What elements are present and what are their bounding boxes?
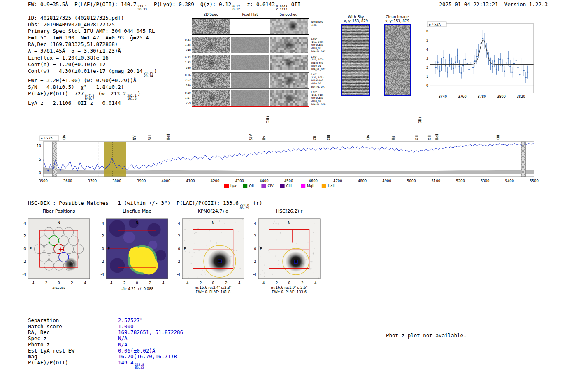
svg-text:HeII: HeII (167, 134, 170, 140)
svg-text:0: 0 (136, 281, 138, 285)
spec2d-smoothed-strip (270, 55, 308, 70)
svg-text:Hγ: Hγ (262, 136, 266, 140)
text-segment: OII (288, 1, 300, 7)
text-segment: 1.000 (118, 323, 134, 329)
svg-text:5300: 5300 (481, 179, 490, 183)
text-segment: 2.57527" (118, 317, 143, 323)
svg-text:SiIV: SiIV (249, 134, 253, 140)
text-segment: Primary Spec_Slot_IFU_AMP: 304_044_045_R… (28, 28, 155, 34)
svg-text:N: N (58, 221, 60, 225)
clean-image-panel: Clean Image x, y: 153, 879 (378, 15, 417, 96)
text-segment: 16.70(16.70,16.71)R (118, 353, 177, 360)
strip-source-labels: 1.09"(151, 702)20190409v020_01304_RL_077 (311, 55, 336, 70)
with-sky-panel: With Sky x, y: 153, 879 (333, 15, 379, 96)
svg-text:e⁻¹⁷x2Å: e⁻¹⁷x2Å (429, 23, 441, 26)
svg-text:3800: 3800 (112, 179, 121, 183)
svg-text:5: 5 (39, 158, 41, 162)
kpno-plae-caption: EWr: 0. PLAE: 141.8 (178, 290, 248, 294)
text-segment: LyA z = 2.1106 OII z = 0.0144 (28, 100, 121, 106)
svg-text:CIII: CIII (327, 135, 331, 140)
info-line: LineFlux = 1.20(±0.38)e-16 (28, 55, 157, 61)
spec2d-2d-strip (192, 55, 230, 70)
kpno-mag-caption: m:16.6 re:2.4" s:2.3" (178, 285, 248, 290)
text-segment: EWr = 3.20(±1.00) (w: 0.90(±0.29))Å (28, 77, 136, 84)
svg-text:Hβ: Hβ (392, 136, 395, 140)
svg-text:HeII: HeII (435, 134, 439, 140)
svg-text:CIII: CIII (497, 135, 500, 140)
svg-text:4: 4 (102, 221, 104, 225)
table-row: Separation2.57527" (28, 318, 183, 324)
hsc-mag-caption: m:16.6 re:1.9" s:2.6" (254, 285, 324, 290)
svg-text:-2: -2 (44, 281, 47, 285)
stacked-uncertainty: 282.1161.5 (127, 94, 137, 100)
svg-text:CIV: CIV (267, 184, 273, 188)
svg-text:E: E (30, 247, 32, 251)
svg-text:4: 4 (162, 281, 164, 285)
svg-text:e⁻¹⁷x2Å: e⁻¹⁷x2Å (41, 137, 53, 140)
strip-source-labels: WeightedSum (311, 20, 336, 27)
svg-text:-4: -4 (31, 281, 34, 285)
table-row: P(LAE)/P(OII)149.4222.886.32 (28, 360, 183, 369)
hsc-plae-caption: EWr: 0. PLAE: 133.6 (254, 290, 324, 294)
spec2d-2d-strip (192, 19, 230, 34)
svg-text:0: 0 (212, 281, 214, 285)
svg-text:4: 4 (254, 221, 256, 225)
svg-text:-4: -4 (253, 272, 256, 276)
row-label: Separation (28, 318, 118, 324)
phot-z-unavailable-notice: Phot z plot not available. (386, 332, 467, 339)
svg-text:-2: -2 (101, 260, 104, 264)
fiber-xlabel: arcsecs (24, 285, 94, 290)
svg-text:2: 2 (178, 234, 180, 238)
svg-text:-2: -2 (122, 281, 125, 285)
clean-image-title: Clean Image (378, 15, 417, 19)
info-line: Obs: 20190409v020_4028127325 (28, 21, 157, 28)
row-value: 149.4222.886.32 (118, 360, 145, 366)
svg-text:-2: -2 (253, 260, 256, 264)
svg-text:2: 2 (225, 281, 227, 285)
table-row: Spec zN/A (28, 336, 183, 342)
column-title-pixel-flat: Pixel Flat (231, 12, 269, 16)
text-segment: 0.06(±0.02)Å (118, 348, 155, 354)
row-value: N/A (118, 341, 128, 348)
spec2d-figure: 2D Spec Pixel Flat Smoothed WeightedSum0… (192, 18, 340, 109)
text-segment: Obs: 20190409v020_4028127325 (28, 21, 115, 28)
row-value: 0.06(±0.02)Å (118, 348, 155, 354)
table-row: mag16.70(16.70,16.71)R (28, 354, 183, 360)
text-segment: N/A (118, 341, 128, 348)
svg-text:0: 0 (254, 247, 256, 251)
text-segment: ) (137, 90, 141, 97)
lineflux-caption: s/b: 4.21 +/- 0.088 (102, 287, 172, 291)
svg-text:CIII (: CIII ( (266, 116, 270, 123)
text-segment: LineFlux = 1.20(±0.38)e-16 (28, 55, 109, 61)
text-segment: (w: 213.2 (95, 90, 126, 97)
elixer-detection-report: EW: 0.9±35.5Å P(LAE)/P(OII): 140.7218.19… (0, 0, 576, 392)
svg-text:N: N (212, 221, 214, 225)
svg-text:4400: 4400 (260, 179, 269, 183)
svg-text:E: E (184, 247, 186, 251)
text-segment: N/A (118, 335, 128, 341)
text-segment: ) (154, 68, 157, 74)
svg-text:3740: 3740 (439, 95, 447, 99)
svg-text:0: 0 (39, 171, 41, 175)
stacked-uncertainty: 847.2640.7 (85, 94, 94, 100)
info-line: RA,Dec (169.783325,51.872868) (28, 41, 157, 48)
svg-text:CIV: CIV (63, 135, 66, 140)
strip-scale-labels: 0.091.07259 (181, 90, 191, 106)
svg-text:4800: 4800 (358, 179, 367, 183)
svg-text:5000: 5000 (407, 179, 416, 183)
svg-text:2: 2 (102, 234, 104, 238)
table-row: Photo zN/A (28, 342, 183, 348)
row-value: 1.000 (118, 323, 134, 329)
svg-text:3700: 3700 (88, 179, 97, 183)
svg-text:1: 1 (426, 75, 428, 79)
info-line: Primary Spec_Slot_IFU_AMP: 304_044_045_R… (28, 28, 157, 35)
svg-text:3820: 3820 (517, 95, 525, 99)
text-segment: P(LAE)/P(OII): 727 (28, 90, 84, 97)
strip-source-labels: 0.65"(151, 702)20190409v020_07304_RL_077 (311, 73, 336, 88)
info-line: ID: 4028127325 (4028127325.pdf) (28, 15, 157, 21)
svg-text:4200: 4200 (211, 179, 220, 183)
stacked-uncertainty: 222.886.32 (135, 363, 144, 369)
svg-text:4: 4 (238, 281, 240, 285)
fiber-positions-title: Fiber Positions (28, 209, 90, 214)
svg-text:3: 3 (426, 57, 428, 60)
